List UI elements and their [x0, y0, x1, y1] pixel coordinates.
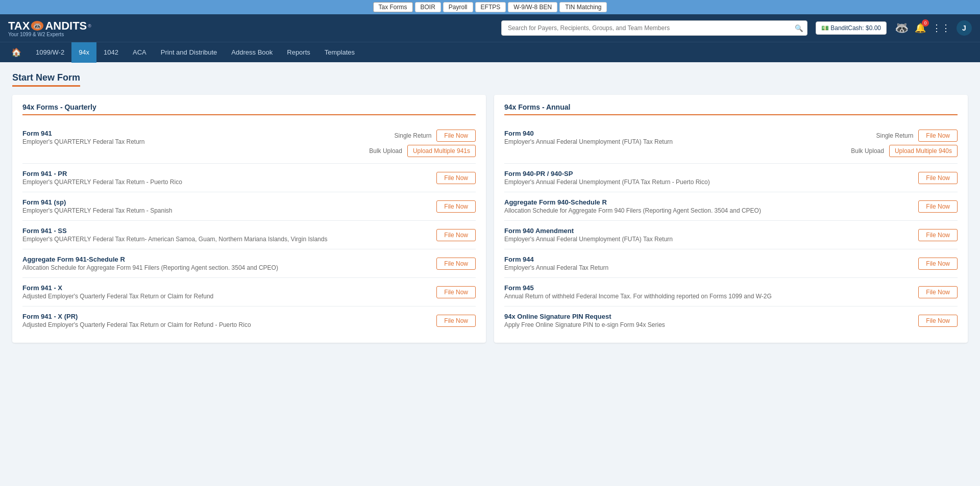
form-941pr-info: Form 941 - PR Employer's QUARTERLY Feder… — [22, 170, 436, 186]
form-941ss-name: Form 941 - SS — [22, 227, 436, 235]
form-944-desc: Employer's Annual Federal Tax Return — [504, 264, 918, 271]
top-bar: Tax Forms BOIR Payroll EFTPS W-9/W-8 BEN… — [0, 0, 980, 14]
form-940-actions: Single Return File Now Bulk Upload Uploa… — [851, 130, 958, 157]
nav-item-print[interactable]: Print and Distribute — [154, 42, 225, 63]
form-940pr-file-btn[interactable]: File Now — [918, 172, 958, 184]
form-941x-desc: Adjusted Employer's Quarterly Federal Ta… — [22, 293, 436, 300]
form-941xpr-desc: Adjusted Employer's Quarterly Federal Ta… — [22, 321, 436, 328]
notification-button[interactable]: 🔔 0 — [915, 22, 926, 34]
nav-item-templates[interactable]: Templates — [317, 42, 362, 63]
form-940amend-info: Form 940 Amendment Employer's Annual Fed… — [504, 227, 918, 243]
logo-subtitle: Your 1099 & W2 Experts — [8, 32, 91, 37]
form-940-single-line: Single Return File Now — [876, 130, 958, 142]
form-944-name: Form 944 — [504, 255, 918, 263]
form-941x-name: Form 941 - X — [22, 284, 436, 292]
form-941xpr-actions: File Now — [436, 313, 476, 327]
form-944-file-btn[interactable]: File Now — [918, 258, 958, 270]
form-940pr-name: Form 940-PR / 940-SP — [504, 170, 918, 177]
nav-item-address[interactable]: Address Book — [224, 42, 280, 63]
nav-bar: 🏠 1099/W-2 94x 1042 ACA Print and Distri… — [0, 42, 980, 62]
form-945-actions: File Now — [918, 284, 958, 298]
form-941-single-label: Single Return — [395, 132, 432, 139]
form-940-info: Form 940 Employer's Annual Federal Unemp… — [504, 130, 851, 145]
form-row-pin: 94x Online Signature PIN Request Apply F… — [504, 306, 958, 335]
form-941-upload-btn[interactable]: Upload Multiple 941s — [407, 145, 476, 157]
form-pin-file-btn[interactable]: File Now — [918, 315, 958, 327]
form-941xpr-info: Form 941 - X (PR) Adjusted Employer's Qu… — [22, 313, 436, 328]
form-pin-info: 94x Online Signature PIN Request Apply F… — [504, 313, 918, 328]
form-941-name: Form 941 — [22, 130, 369, 137]
topbar-tab-payroll[interactable]: Payroll — [443, 2, 473, 12]
form-pin-desc: Apply Free Online Signature PIN to e-sig… — [504, 321, 918, 328]
form-940-file-btn[interactable]: File Now — [918, 130, 958, 142]
forms-grid: 94x Forms - Quarterly Form 941 Employer'… — [12, 95, 968, 343]
form-940pr-actions: File Now — [918, 170, 958, 184]
nav-item-1099[interactable]: 1099/W-2 — [29, 42, 71, 63]
logo-name: TAX 🦝 ANDITS ® — [8, 19, 91, 33]
form-945-name: Form 945 — [504, 284, 918, 292]
form-945-file-btn[interactable]: File Now — [918, 286, 958, 298]
form-941agg-name: Aggregate Form 941-Schedule R — [22, 255, 436, 263]
form-940amend-actions: File Now — [918, 227, 958, 241]
topbar-tab-tin[interactable]: TIN Matching — [559, 2, 607, 12]
form-940-desc: Employer's Annual Federal Unemployment (… — [504, 138, 851, 145]
nav-item-94x[interactable]: 94x — [71, 42, 96, 63]
nav-item-1042[interactable]: 1042 — [96, 42, 126, 63]
logo-registered: ® — [88, 23, 91, 29]
bandit-cash-button[interactable]: 💵 BanditCash: $0.00 — [816, 21, 887, 35]
form-941pr-file-btn[interactable]: File Now — [436, 172, 476, 184]
form-945-info: Form 945 Annual Return of withheld Feder… — [504, 284, 918, 300]
avatar[interactable]: J — [957, 20, 972, 36]
form-940agg-info: Aggregate Form 940-Schedule R Allocation… — [504, 198, 918, 214]
form-941ss-actions: File Now — [436, 227, 476, 241]
form-941agg-desc: Allocation Schedule for Aggregate Form 9… — [22, 264, 436, 271]
mascot-icon-button[interactable]: 🦝 — [895, 21, 909, 35]
quarterly-panel: 94x Forms - Quarterly Form 941 Employer'… — [12, 95, 486, 343]
apps-grid-button[interactable]: ⋮⋮ — [932, 22, 950, 34]
header: TAX 🦝 ANDITS ® Your 1099 & W2 Experts 🔍 … — [0, 14, 980, 42]
form-940-name: Form 940 — [504, 130, 851, 137]
search-input[interactable] — [501, 20, 807, 36]
form-941-file-btn[interactable]: File Now — [436, 130, 476, 142]
topbar-tab-tax-forms[interactable]: Tax Forms — [373, 2, 413, 12]
form-941ss-file-btn[interactable]: File Now — [436, 229, 476, 241]
form-941x-info: Form 941 - X Adjusted Employer's Quarter… — [22, 284, 436, 300]
form-row-940: Form 940 Employer's Annual Federal Unemp… — [504, 123, 958, 164]
form-940-upload-btn[interactable]: Upload Multiple 940s — [889, 145, 958, 157]
nav-item-aca[interactable]: ACA — [126, 42, 154, 63]
form-pin-name: 94x Online Signature PIN Request — [504, 313, 918, 320]
form-row-940pr: Form 940-PR / 940-SP Employer's Annual F… — [504, 164, 958, 192]
form-941xpr-file-btn[interactable]: File Now — [436, 315, 476, 327]
form-940agg-name: Aggregate Form 940-Schedule R — [504, 198, 918, 206]
form-row-940-agg: Aggregate Form 940-Schedule R Allocation… — [504, 192, 958, 221]
topbar-tab-eftps[interactable]: EFTPS — [475, 2, 506, 12]
form-941agg-info: Aggregate Form 941-Schedule R Allocation… — [22, 255, 436, 271]
form-941sp-file-btn[interactable]: File Now — [436, 200, 476, 213]
form-940agg-desc: Allocation Schedule for Aggregate Form 9… — [504, 207, 918, 214]
form-941sp-desc: Employer's QUARTERLY Federal Tax Return … — [22, 207, 436, 214]
form-row-941x: Form 941 - X Adjusted Employer's Quarter… — [22, 278, 476, 306]
logo-mascot: 🦝 — [31, 21, 43, 31]
form-940amend-name: Form 940 Amendment — [504, 227, 918, 235]
form-row-941-pr: Form 941 - PR Employer's QUARTERLY Feder… — [22, 164, 476, 192]
search-icon[interactable]: 🔍 — [795, 24, 803, 32]
nav-item-reports[interactable]: Reports — [280, 42, 317, 63]
form-940amend-file-btn[interactable]: File Now — [918, 229, 958, 241]
notification-badge: 0 — [922, 19, 929, 27]
form-941x-file-btn[interactable]: File Now — [436, 286, 476, 298]
bandit-cash-icon: 💵 — [821, 24, 829, 32]
form-941-info: Form 941 Employer's QUARTERLY Federal Ta… — [22, 130, 369, 145]
form-941agg-file-btn[interactable]: File Now — [436, 258, 476, 270]
form-941pr-desc: Employer's QUARTERLY Federal Tax Return … — [22, 178, 436, 186]
header-icons: 🦝 🔔 0 ⋮⋮ J — [895, 20, 972, 36]
form-941sp-info: Form 941 (sp) Employer's QUARTERLY Feder… — [22, 198, 436, 214]
topbar-tab-boir[interactable]: BOIR — [415, 2, 441, 12]
form-941-actions: Single Return File Now Bulk Upload Uploa… — [369, 130, 476, 157]
form-940pr-desc: Employer's Annual Federal Unemployment (… — [504, 178, 918, 186]
form-pin-actions: File Now — [918, 313, 958, 327]
nav-item-home[interactable]: 🏠 — [4, 42, 29, 63]
form-940agg-actions: File Now — [918, 198, 958, 213]
form-940agg-file-btn[interactable]: File Now — [918, 200, 958, 213]
form-row-940amend: Form 940 Amendment Employer's Annual Fed… — [504, 221, 958, 249]
topbar-tab-w9[interactable]: W-9/W-8 BEN — [508, 2, 557, 12]
